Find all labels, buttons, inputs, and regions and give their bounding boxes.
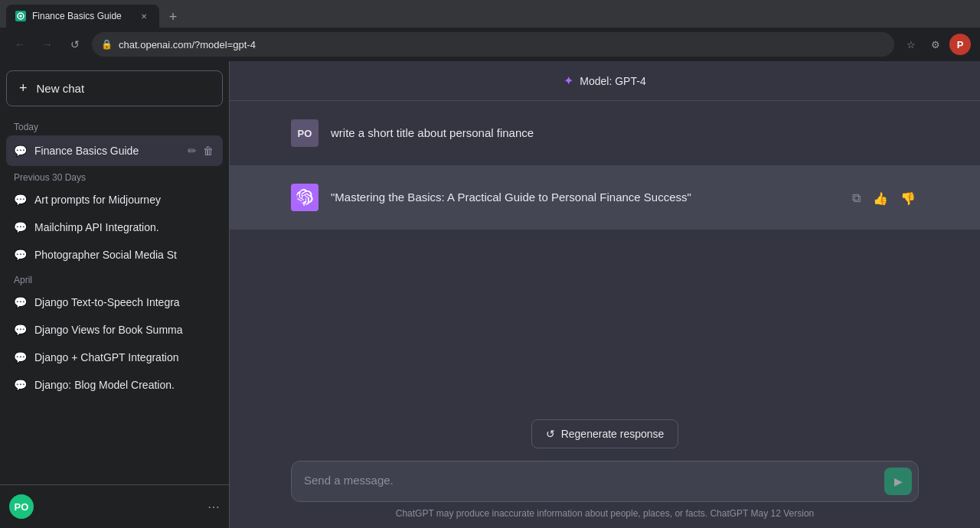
user-avatar: PO (9, 494, 34, 519)
thumbup-btn[interactable]: 👍 (870, 188, 891, 209)
chat-label-art: Art prompts for Midjourney (34, 194, 215, 206)
chat-item-django-blog[interactable]: 💬 Django: Blog Model Creation. (6, 371, 223, 399)
chat-header: ✦ Model: GPT-4 (230, 61, 980, 101)
chat-icon-photographer: 💬 (14, 249, 27, 261)
chat-icon-mailchimp: 💬 (14, 221, 27, 233)
sidebar-header: + New chat (0, 61, 229, 116)
regen-label: Regenerate response (561, 428, 665, 440)
chat-item-django-chatgpt[interactable]: 💬 Django + ChatGPT Integration (6, 344, 223, 371)
chat-label-django-tts: Django Text-to-Speech Integra (34, 296, 215, 308)
sidebar: + New chat Today 💬 Finance Basics Guide … (0, 61, 230, 528)
url-text: chat.openai.com/?model=gpt-4 (119, 39, 256, 51)
chat-item-finance[interactable]: 💬 Finance Basics Guide ✏ 🗑 (6, 135, 223, 166)
active-tab[interactable]: Finance Basics Guide ✕ (6, 5, 159, 28)
chat-label-django-blog: Django: Blog Model Creation. (34, 379, 215, 391)
footer-text: ChatGPT may produce inaccurate informati… (291, 502, 919, 522)
chat-label-finance: Finance Basics Guide (34, 145, 178, 157)
sparkle-icon: ✦ (564, 73, 573, 88)
chat-label-photographer: Photographer Social Media St (34, 249, 215, 261)
profile-btn[interactable]: P (949, 34, 971, 55)
lock-icon: 🔒 (101, 39, 113, 50)
chat-icon-django-chatgpt: 💬 (14, 351, 27, 363)
section-prev30: Previous 30 Days (6, 166, 223, 186)
chat-item-photographer[interactable]: 💬 Photographer Social Media St (6, 241, 223, 269)
chat-icon: 💬 (14, 145, 27, 157)
sidebar-bottom: PO ⋯ (0, 484, 229, 528)
thumbdown-btn[interactable]: 👎 (897, 188, 919, 209)
bookmark-btn[interactable]: ☆ (900, 34, 922, 55)
input-wrapper: ▶ (291, 461, 919, 502)
tab-close-btn[interactable]: ✕ (138, 10, 150, 22)
message-input[interactable] (292, 461, 878, 501)
send-button[interactable]: ▶ (884, 468, 912, 495)
tab-favicon (15, 11, 26, 21)
browser-toolbar: ← → ↺ 🔒 chat.openai.com/?model=gpt-4 ☆ ⚙… (0, 28, 980, 61)
user-message-content: write a short title about personal finan… (331, 119, 919, 147)
new-tab-btn[interactable]: + (162, 6, 184, 28)
chat-label-django-chatgpt: Django + ChatGPT Integration (34, 351, 215, 363)
delete-chat-btn[interactable]: 🗑 (201, 143, 215, 158)
message-actions: ⧉ 👍 👎 (849, 184, 919, 211)
regen-icon: ↺ (546, 428, 555, 440)
regen-container: ↺ Regenerate response (291, 419, 919, 448)
gpt-icon (291, 184, 318, 211)
chat-label-mailchimp: Mailchimp API Integration. (34, 221, 215, 233)
chat-item-django-tts[interactable]: 💬 Django Text-to-Speech Integra (6, 288, 223, 316)
model-label: Model: GPT-4 (580, 75, 645, 87)
model-badge: ✦ Model: GPT-4 (564, 73, 645, 88)
plus-icon: + (19, 80, 28, 96)
regenerate-button[interactable]: ↺ Regenerate response (531, 419, 679, 448)
chat-item-art[interactable]: 💬 Art prompts for Midjourney (6, 186, 223, 213)
new-chat-label: New chat (37, 82, 85, 95)
chat-icon-art: 💬 (14, 194, 27, 206)
chat-icon-django-tts: 💬 (14, 296, 27, 308)
extensions-btn[interactable]: ⚙ (925, 34, 946, 55)
browser-tabs: Finance Basics Guide ✕ + (0, 0, 980, 28)
app-container: + New chat Today 💬 Finance Basics Guide … (0, 61, 980, 528)
forward-btn[interactable]: → (37, 34, 58, 55)
toolbar-right: ☆ ⚙ P (900, 34, 971, 55)
more-options-btn[interactable]: ⋯ (207, 500, 220, 514)
sidebar-content: Today 💬 Finance Basics Guide ✏ 🗑 Previou… (0, 116, 229, 484)
back-btn[interactable]: ← (9, 34, 31, 55)
chat-messages: PO write a short title about personal fi… (230, 101, 980, 407)
section-today: Today (6, 116, 223, 135)
tab-title: Finance Basics Guide (32, 11, 132, 21)
browser-chrome: Finance Basics Guide ✕ + ← → ↺ 🔒 chat.op… (0, 0, 980, 61)
user-message: PO write a short title about personal fi… (230, 101, 980, 165)
reload-btn[interactable]: ↺ (64, 34, 86, 55)
chat-icon-django-views: 💬 (14, 324, 27, 336)
address-bar[interactable]: 🔒 chat.openai.com/?model=gpt-4 (92, 32, 894, 57)
section-april: April (6, 269, 223, 288)
main-chat: ✦ Model: GPT-4 PO write a short title ab… (230, 61, 980, 528)
chat-icon-django-blog: 💬 (14, 379, 27, 391)
input-area: ↺ Regenerate response ▶ ChatGPT may prod… (230, 407, 980, 528)
send-icon: ▶ (894, 475, 903, 487)
new-chat-button[interactable]: + New chat (6, 70, 223, 106)
copy-btn[interactable]: ⧉ (849, 188, 864, 208)
user-message-avatar: PO (291, 119, 318, 147)
chat-actions: ✏ 🗑 (186, 143, 215, 158)
assistant-message: "Mastering the Basics: A Practical Guide… (230, 165, 980, 230)
chat-item-django-views[interactable]: 💬 Django Views for Book Summa (6, 316, 223, 344)
chat-label-django-views: Django Views for Book Summa (34, 324, 215, 336)
assistant-message-content: "Mastering the Basics: A Practical Guide… (331, 184, 837, 211)
edit-chat-btn[interactable]: ✏ (186, 143, 198, 158)
assistant-avatar (291, 184, 318, 211)
chat-item-mailchimp[interactable]: 💬 Mailchimp API Integration. (6, 213, 223, 241)
